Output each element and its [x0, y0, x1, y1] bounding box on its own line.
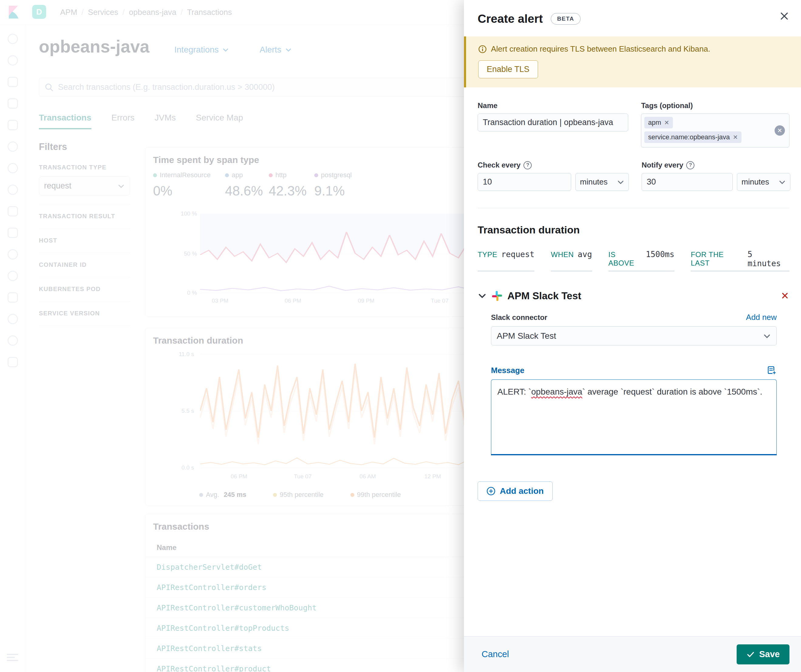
help-icon[interactable]: ?: [686, 161, 695, 169]
check-every-unit-select[interactable]: minutes: [576, 173, 629, 191]
cancel-button[interactable]: Cancel: [482, 649, 509, 659]
screen: D APM Services opbeans-java Transactions: [0, 0, 801, 672]
add-action-button[interactable]: Add action: [478, 481, 553, 501]
remove-tag-icon[interactable]: ✕: [664, 119, 669, 126]
notify-every-unit-select[interactable]: minutes: [737, 173, 790, 191]
expression-for-the-last[interactable]: FOR THE LAST 5 minutes: [691, 250, 790, 271]
accordion-chevron-icon[interactable]: [478, 291, 487, 301]
info-icon: [478, 45, 487, 53]
slack-connector-label: Slack connector: [491, 313, 547, 322]
alert-name-input[interactable]: [478, 114, 628, 132]
chevron-down-icon: [763, 332, 771, 340]
slack-icon: [492, 291, 502, 301]
notify-every-input[interactable]: [642, 173, 733, 191]
check-icon: [746, 650, 755, 659]
close-icon[interactable]: [779, 11, 790, 21]
remove-action-icon[interactable]: [780, 291, 790, 301]
name-label: Name: [478, 101, 628, 110]
expression-type[interactable]: TYPE request: [478, 250, 534, 271]
check-every-input[interactable]: [478, 173, 571, 191]
action-title: APM Slack Test: [507, 290, 581, 302]
save-button[interactable]: Save: [737, 645, 790, 664]
enable-tls-button[interactable]: Enable TLS: [478, 60, 538, 78]
check-every-label: Check every ?: [478, 161, 629, 169]
beta-badge: BETA: [551, 13, 581, 24]
tag-pill-service-name: service.name:opbeans-java ✕: [644, 132, 741, 143]
notify-every-label: Notify every ?: [642, 161, 790, 169]
clear-tags-icon[interactable]: ✕: [775, 125, 785, 136]
callout-text: Alert creation requires TLS between Elas…: [491, 44, 710, 54]
alert-condition-expressions: TYPE request WHEN avg IS ABOVE 1500ms FO…: [478, 250, 790, 271]
chevron-down-icon: [778, 178, 786, 186]
help-icon[interactable]: ?: [523, 161, 532, 169]
chevron-down-icon: [617, 178, 624, 186]
tags-combobox[interactable]: apm ✕ service.name:opbeans-java ✕ ✕: [641, 114, 790, 148]
tls-warning-callout: Alert creation requires TLS between Elas…: [464, 37, 801, 87]
action-body: Slack connector Add new APM Slack Test M…: [491, 313, 777, 455]
condition-heading: Transaction duration: [478, 224, 790, 236]
tags-label: Tags (optional): [641, 101, 790, 110]
expression-when[interactable]: WHEN avg: [551, 250, 592, 271]
message-textarea[interactable]: ALERT: `opbeans-java` average `request` …: [491, 379, 777, 455]
expression-is-above[interactable]: IS ABOVE 1500ms: [608, 250, 674, 271]
add-new-connector-link[interactable]: Add new: [746, 313, 777, 322]
remove-tag-icon[interactable]: ✕: [733, 133, 738, 141]
slack-connector-select[interactable]: APM Slack Test: [491, 326, 777, 346]
action-accordion-header: APM Slack Test: [478, 290, 790, 302]
create-alert-flyout: Create alert BETA Alert creation require…: [464, 0, 801, 672]
message-label: Message: [491, 366, 524, 375]
add-alert-variable-icon[interactable]: [767, 365, 777, 375]
flyout-footer: Cancel Save: [464, 636, 801, 672]
plus-circle-icon: [486, 487, 495, 496]
flyout-title: Create alert: [478, 12, 543, 26]
tag-pill-apm: apm ✕: [644, 117, 673, 129]
